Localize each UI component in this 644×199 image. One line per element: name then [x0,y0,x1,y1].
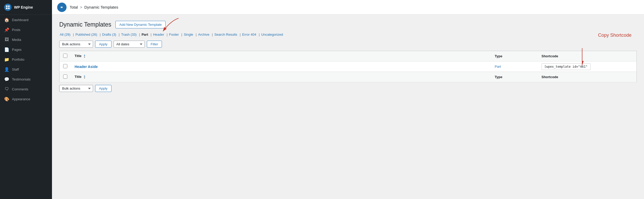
svg-rect-1 [8,5,10,7]
add-new-button[interactable]: Add New Dynamic Template [115,21,166,28]
filter-separator: | [137,33,141,36]
filter-separator: | [98,33,102,36]
filter-button[interactable]: Filter [147,41,162,48]
sidebar-item-dashboard[interactable]: 🏠 Dashboard [0,15,52,25]
filter-link-single[interactable]: Single | [183,33,198,36]
th-shortcode: Shortcode [538,51,637,61]
filter-link-text-trash[interactable]: Trash (33) [121,33,137,36]
filter-link-footer[interactable]: Footer | [169,33,183,36]
page-title: Dynamic Templates [59,21,111,28]
row-type-link[interactable]: Part [495,65,501,69]
title-sort-arrows[interactable]: ▲ ▼ [83,54,86,58]
sidebar-item-posts[interactable]: 📌 Posts [0,25,52,35]
filter-link-text-header[interactable]: Header [153,33,165,36]
title-sort-arrows-bottom[interactable]: ▲ ▼ [83,75,86,79]
filter-separator: | [71,33,75,36]
sidebar: WP Engine 🏠 Dashboard 📌 Posts 🖼 Media 📄 … [0,0,52,199]
table-row: Header Aside Part [wpex_template id="461… [60,61,637,72]
th-checkbox-bottom [60,72,71,82]
shortcode-col-label: Shortcode [542,54,558,58]
filter-link-text-part[interactable]: Part [141,33,149,36]
apply-button-bottom[interactable]: Apply [95,85,111,92]
sidebar-item-label-posts: Posts [12,28,21,32]
sidebar-item-comments[interactable]: 🗨 Comments [0,84,52,94]
shortcode-col-label-bottom: Shortcode [542,75,558,79]
sidebar-item-media[interactable]: 🖼 Media [0,35,52,45]
sidebar-item-label-comments: Comments [12,87,28,91]
filter-separator: | [210,33,214,36]
main-content: Total > Dynamic Templates Dynamic Templa… [52,0,644,199]
portfolio-icon: 📁 [4,57,9,62]
sidebar-item-label-portfolio: Portfolio [12,58,24,61]
title-col-label: Title [75,54,82,58]
th-checkbox [60,51,71,61]
page-header: Dynamic Templates Add New Dynamic Templa… [59,21,637,28]
th-shortcode-bottom: Shortcode [538,72,637,82]
filter-link-text-search-results[interactable]: Search Results [214,33,238,36]
sort-arrow-down: ▼ [83,56,86,58]
sidebar-item-label-media: Media [12,38,21,42]
row-checkbox[interactable] [63,64,67,68]
filter-separator: | [238,33,242,36]
sidebar-item-appearance[interactable]: 🎨 Appearance [0,94,52,104]
type-col-label-bottom: Type [495,75,502,79]
th-title-bottom: Title ▲ ▼ [71,72,491,82]
dates-select[interactable]: All dates [114,41,145,48]
shortcode-value[interactable]: [wpex_template id="461" [542,63,590,70]
staff-icon: 👤 [4,67,9,72]
filter-link-text-all[interactable]: All (29) [59,33,71,36]
filter-link-published[interactable]: Published (26) | [75,33,102,36]
bulk-actions-select[interactable]: Bulk actions Edit Move to Trash [59,41,93,48]
filter-separator: | [149,33,153,36]
filter-link-archive[interactable]: Archive | [198,33,214,36]
filter-separator: | [179,33,183,36]
filter-link-uncategorized[interactable]: Uncategorized [261,33,284,36]
toolbar: Bulk actions Edit Move to Trash Apply Al… [59,41,637,48]
pages-icon: 📄 [4,47,9,52]
filter-link-drafts[interactable]: Drafts (3) | [102,33,121,36]
sidebar-item-pages[interactable]: 📄 Pages [0,45,52,54]
apply-button[interactable]: Apply [95,41,111,48]
sidebar-item-testimonials[interactable]: 💬 Testimonials [0,74,52,84]
select-all-checkbox-bottom[interactable] [63,74,67,79]
topbar-logo-icon [57,3,67,12]
appearance-icon: 🎨 [4,96,9,102]
breadcrumb-root[interactable]: Total [70,5,78,9]
wp-engine-icon [4,4,11,11]
sidebar-item-label-appearance: Appearance [12,97,30,101]
filter-links: All (29) | Published (26) | Drafts (3) |… [59,33,637,36]
filter-link-text-footer[interactable]: Footer [169,33,180,36]
sidebar-item-staff[interactable]: 👤 Staff [0,64,52,74]
type-col-label: Type [495,54,502,58]
filter-link-error-404[interactable]: Error 404 | [242,33,261,36]
filter-link-all[interactable]: All (29) | [59,33,75,36]
comments-icon: 🗨 [4,86,9,92]
svg-rect-3 [8,8,10,9]
filter-link-part[interactable]: Part | [141,33,153,36]
filter-link-trash[interactable]: Trash (33) | [121,33,141,36]
row-checkbox-cell [60,61,71,72]
filter-separator: | [117,33,121,36]
filter-link-text-error-404[interactable]: Error 404 [242,33,257,36]
filter-link-header[interactable]: Header | [153,33,169,36]
bulk-actions-select-bottom[interactable]: Bulk actions Edit Move to Trash [59,85,93,92]
filter-link-text-uncategorized[interactable]: Uncategorized [261,33,284,36]
sidebar-item-portfolio[interactable]: 📁 Portfolio [0,54,52,64]
sidebar-logo[interactable]: WP Engine [0,0,52,15]
row-title-link[interactable]: Header Aside [75,65,98,69]
sidebar-item-label-staff: Staff [12,67,19,71]
sidebar-item-label-testimonials: Testimonials [12,77,31,81]
sidebar-logo-label: WP Engine [14,5,33,9]
filter-link-text-published[interactable]: Published (26) [75,33,98,36]
select-all-checkbox[interactable] [63,54,67,58]
title-col-label-bottom: Title [75,75,82,79]
filter-link-text-single[interactable]: Single [183,33,194,36]
sidebar-item-label-dashboard: Dashboard [12,18,29,22]
posts-icon: 📌 [4,27,9,32]
svg-rect-0 [6,5,8,7]
filter-link-text-archive[interactable]: Archive [198,33,210,36]
filter-link-search-results[interactable]: Search Results | [214,33,242,36]
breadcrumb: Total > Dynamic Templates [70,5,118,9]
filter-link-text-drafts[interactable]: Drafts (3) [102,33,117,36]
templates-table-bottom: Title ▲ ▼ Type Shortcode [59,72,637,82]
